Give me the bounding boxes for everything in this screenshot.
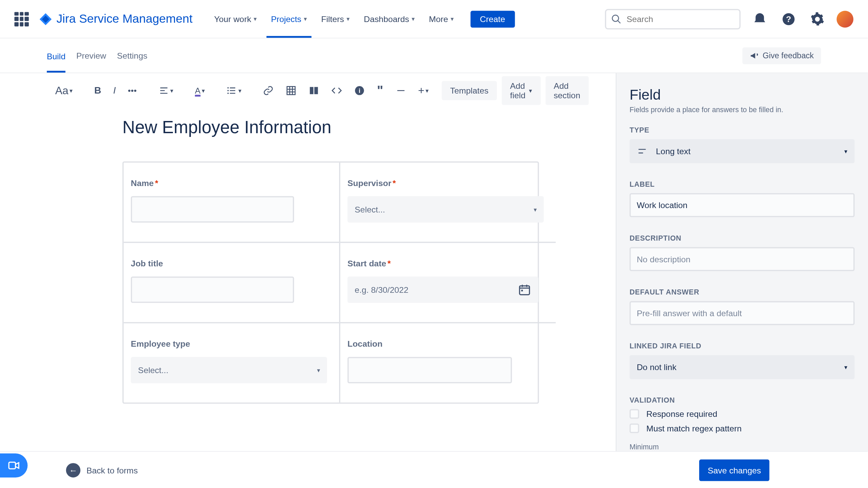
- footer: ← Back to forms Save changes: [0, 451, 868, 488]
- svg-rect-13: [519, 286, 529, 295]
- form-cell-supervisor[interactable]: Supervisor* Select...▾: [340, 163, 556, 243]
- divider-button[interactable]: [392, 83, 410, 98]
- default-answer-label: DEFAULT ANSWER: [630, 288, 855, 297]
- type-select[interactable]: Long text ▾: [630, 139, 855, 163]
- form-title[interactable]: New Employee Information: [0, 108, 616, 162]
- list-button[interactable]: ▾: [223, 83, 245, 98]
- description-label: DESCRIPTION: [630, 234, 855, 242]
- validation-regex-label: Must match regex pattern: [646, 424, 742, 433]
- text-color-button[interactable]: A▾: [191, 83, 208, 98]
- top-nav: Jira Service Management Your work▾ Proje…: [0, 0, 868, 38]
- response-required-checkbox[interactable]: [630, 409, 639, 419]
- nav-your-work[interactable]: Your work▾: [209, 12, 261, 26]
- name-input[interactable]: [131, 196, 294, 223]
- form-cell-location[interactable]: Location: [340, 323, 556, 403]
- svg-point-5: [228, 90, 229, 91]
- form-cell-employee-type[interactable]: Employee type Select...▾: [124, 323, 340, 403]
- validation-required-row: Response required: [630, 409, 855, 419]
- supervisor-select[interactable]: Select...▾: [348, 196, 544, 223]
- insert-button[interactable]: +▾: [414, 82, 432, 99]
- svg-rect-14: [521, 290, 523, 291]
- long-text-icon: [637, 146, 648, 157]
- quote-button[interactable]: ": [373, 80, 387, 101]
- linked-jira-select[interactable]: Do not link ▾: [630, 355, 855, 379]
- italic-button[interactable]: I: [110, 83, 119, 98]
- tab-build[interactable]: Build: [47, 48, 65, 73]
- text-styles-button[interactable]: Aa▾: [52, 82, 76, 99]
- tabs-row: Build Preview Settings Give feedback: [0, 38, 868, 73]
- svg-point-6: [228, 93, 229, 94]
- app-switcher-icon[interactable]: [14, 12, 28, 26]
- templates-button[interactable]: Templates: [442, 81, 497, 100]
- user-avatar[interactable]: [836, 11, 853, 27]
- product-logo[interactable]: Jira Service Management: [38, 12, 193, 26]
- employee-type-select[interactable]: Select...▾: [131, 357, 327, 383]
- code-button[interactable]: [328, 83, 346, 98]
- chevron-down-icon: ▾: [412, 16, 415, 22]
- job-title-input[interactable]: [131, 277, 294, 303]
- svg-rect-15: [9, 462, 15, 469]
- form-grid: Name* Supervisor* Select...▾ Job title S…: [122, 161, 539, 404]
- chevron-down-icon: ▾: [304, 16, 307, 22]
- help-icon[interactable]: ?: [779, 9, 798, 28]
- label-input[interactable]: [630, 193, 855, 217]
- video-help-button[interactable]: [0, 453, 27, 477]
- info-button[interactable]: i: [351, 83, 369, 98]
- chevron-down-icon: ▾: [844, 148, 847, 154]
- save-changes-button[interactable]: Save changes: [699, 459, 770, 481]
- chevron-down-icon: ▾: [844, 364, 847, 370]
- create-button[interactable]: Create: [470, 11, 515, 27]
- product-name: Jira Service Management: [56, 12, 192, 26]
- add-section-button[interactable]: Add section: [545, 76, 589, 105]
- link-button[interactable]: [259, 83, 277, 98]
- minimum-label: Minimum: [630, 443, 855, 451]
- validation-label: VALIDATION: [630, 396, 855, 404]
- svg-rect-7: [287, 86, 295, 95]
- settings-icon[interactable]: [808, 9, 827, 28]
- field-label: Job title: [131, 259, 327, 268]
- svg-line-1: [618, 20, 620, 23]
- form-cell-start-date[interactable]: Start date* e.g. 8/30/2022: [340, 243, 556, 323]
- editor-toolbar: Aa▾ B I ••• ▾ A▾ ▾ i " +▾ Templates Add …: [0, 73, 616, 108]
- location-input[interactable]: [348, 357, 512, 383]
- bold-button[interactable]: B: [91, 83, 105, 98]
- align-button[interactable]: ▾: [155, 83, 177, 98]
- nav-more[interactable]: More▾: [424, 12, 458, 26]
- calendar-icon: [518, 283, 531, 296]
- search-icon: [611, 14, 622, 24]
- megaphone-icon: [749, 51, 759, 60]
- svg-rect-9: [314, 87, 318, 94]
- nav-dashboards[interactable]: Dashboards▾: [359, 12, 419, 26]
- back-to-forms-link[interactable]: ← Back to forms: [66, 463, 138, 477]
- add-field-button[interactable]: Add field▾: [501, 76, 540, 105]
- nav-filters[interactable]: Filters▾: [316, 12, 354, 26]
- panel-subheading: Fields provide a place for answers to be…: [630, 106, 855, 114]
- description-input[interactable]: [630, 247, 855, 271]
- linked-jira-label: LINKED JIRA FIELD: [630, 342, 855, 350]
- jira-icon: [38, 12, 53, 26]
- regex-checkbox[interactable]: [630, 424, 639, 433]
- back-arrow-icon: ←: [66, 463, 80, 477]
- tab-settings[interactable]: Settings: [117, 47, 147, 64]
- form-cell-job-title[interactable]: Job title: [124, 243, 340, 323]
- field-label: Location: [348, 339, 544, 348]
- validation-regex-row: Must match regex pattern: [630, 424, 855, 433]
- search-box[interactable]: [605, 9, 741, 29]
- chevron-down-icon: ▾: [317, 367, 320, 373]
- start-date-input[interactable]: e.g. 8/30/2022: [348, 277, 538, 303]
- more-formatting-button[interactable]: •••: [124, 83, 140, 98]
- svg-text:i: i: [359, 87, 360, 94]
- validation-required-label: Response required: [646, 409, 717, 419]
- svg-point-0: [612, 15, 619, 21]
- tab-preview[interactable]: Preview: [76, 47, 106, 64]
- label-label: LABEL: [630, 180, 855, 188]
- table-button[interactable]: [282, 83, 300, 98]
- search-input[interactable]: [627, 14, 735, 24]
- nav-projects[interactable]: Projects▾: [266, 12, 312, 26]
- notifications-icon[interactable]: [750, 9, 770, 28]
- form-cell-name[interactable]: Name*: [124, 163, 340, 243]
- layout-button[interactable]: [305, 83, 323, 98]
- svg-rect-8: [310, 87, 314, 94]
- default-answer-input[interactable]: [630, 301, 855, 325]
- give-feedback-button[interactable]: Give feedback: [742, 47, 821, 64]
